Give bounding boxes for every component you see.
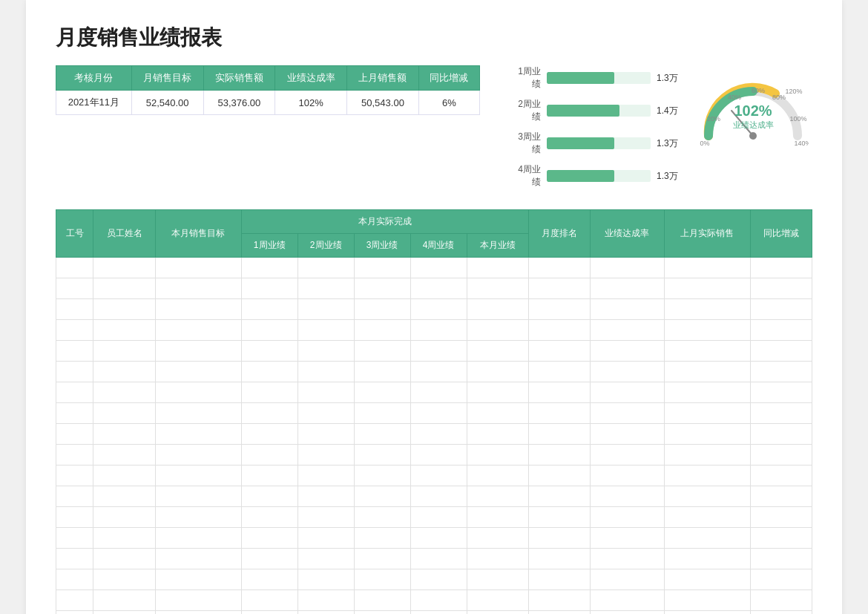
bar-track-1 — [547, 72, 651, 84]
table-cell — [354, 528, 410, 549]
bar-value-4: 1.3万 — [657, 170, 679, 183]
table-cell — [467, 445, 528, 466]
bar-row-2: 2周业绩 1.4万 — [510, 98, 679, 123]
table-cell — [467, 569, 528, 590]
table-row — [56, 341, 812, 362]
table-cell — [155, 362, 241, 382]
table-cell — [241, 569, 297, 590]
page-title: 月度销售业绩报表 — [56, 24, 812, 52]
table-cell — [528, 424, 590, 445]
table-cell — [591, 549, 665, 569]
svg-text:40%: 40% — [728, 94, 741, 101]
th-monthly-complete: 本月实际完成 — [241, 210, 528, 234]
table-cell — [56, 549, 93, 569]
table-cell — [354, 341, 410, 362]
cell-last: 50,543.00 — [347, 91, 419, 115]
table-cell — [591, 590, 665, 611]
cell-rate: 102% — [275, 91, 347, 115]
table-cell — [528, 590, 590, 611]
table-cell — [528, 341, 590, 362]
table-cell — [750, 299, 812, 320]
table-cell — [664, 528, 750, 549]
table-cell — [56, 507, 93, 528]
table-cell — [750, 590, 812, 611]
bar-value-2: 1.4万 — [657, 105, 679, 117]
col-header-yoy: 同比增减 — [418, 66, 479, 91]
table-cell — [410, 258, 467, 278]
table-cell — [354, 466, 410, 486]
table-cell — [297, 549, 354, 569]
svg-text:20%: 20% — [707, 115, 720, 123]
page: 月度销售业绩报表 考核月份 月销售目标 实际销售额 业绩达成率 上月销售额 同比… — [26, 0, 842, 614]
bar-label-1: 1周业绩 — [510, 65, 541, 91]
table-cell — [528, 569, 590, 590]
table-cell — [591, 362, 665, 382]
table-cell — [297, 258, 354, 278]
table-cell — [93, 507, 155, 528]
table-cell — [155, 278, 241, 299]
table-cell — [528, 362, 590, 382]
table-cell — [664, 403, 750, 424]
table-cell — [664, 299, 750, 320]
table-cell — [56, 382, 93, 403]
bar-row-1: 1周业绩 1.3万 — [510, 65, 679, 91]
table-cell — [467, 299, 528, 320]
table-cell — [591, 486, 665, 507]
table-cell — [354, 382, 410, 403]
table-cell — [56, 320, 93, 341]
table-cell — [410, 445, 467, 466]
table-cell — [297, 507, 354, 528]
col-header-rate: 业绩达成率 — [275, 66, 347, 91]
table-cell — [297, 362, 354, 382]
table-cell — [56, 278, 93, 299]
table-cell — [750, 258, 812, 278]
svg-text:100%: 100% — [789, 115, 806, 123]
table-cell — [354, 424, 410, 445]
table-row — [56, 549, 812, 569]
table-cell — [410, 341, 467, 362]
svg-text:0%: 0% — [700, 140, 709, 147]
table-cell — [93, 362, 155, 382]
table-row — [56, 611, 812, 615]
table-cell — [664, 507, 750, 528]
svg-text:80%: 80% — [772, 94, 786, 101]
table-row — [56, 528, 812, 549]
table-cell — [241, 403, 297, 424]
table-cell — [241, 549, 297, 569]
table-cell — [467, 507, 528, 528]
table-cell — [410, 549, 467, 569]
table-cell — [467, 466, 528, 486]
table-cell — [750, 320, 812, 341]
table-cell — [155, 611, 241, 615]
table-cell — [467, 528, 528, 549]
bar-fill-1 — [547, 72, 614, 84]
table-cell — [410, 569, 467, 590]
table-cell — [664, 382, 750, 403]
bar-track-3 — [547, 137, 651, 149]
table-cell — [241, 590, 297, 611]
table-cell — [56, 486, 93, 507]
table-cell — [410, 299, 467, 320]
table-cell — [56, 528, 93, 549]
table-cell — [591, 299, 665, 320]
table-cell — [664, 549, 750, 569]
table-row — [56, 382, 812, 403]
th-yoy: 同比增减 — [750, 210, 812, 258]
table-cell — [297, 569, 354, 590]
table-cell — [56, 424, 93, 445]
table-cell — [467, 362, 528, 382]
table-cell — [528, 528, 590, 549]
table-cell — [591, 445, 665, 466]
table-cell — [354, 258, 410, 278]
table-cell — [93, 549, 155, 569]
table-cell — [528, 382, 590, 403]
table-cell — [155, 403, 241, 424]
table-cell — [241, 320, 297, 341]
bar-track-4 — [547, 170, 651, 182]
bar-fill-4 — [547, 170, 614, 182]
table-cell — [155, 466, 241, 486]
table-cell — [664, 466, 750, 486]
th-rate: 业绩达成率 — [591, 210, 665, 258]
table-cell — [528, 320, 590, 341]
table-cell — [297, 299, 354, 320]
